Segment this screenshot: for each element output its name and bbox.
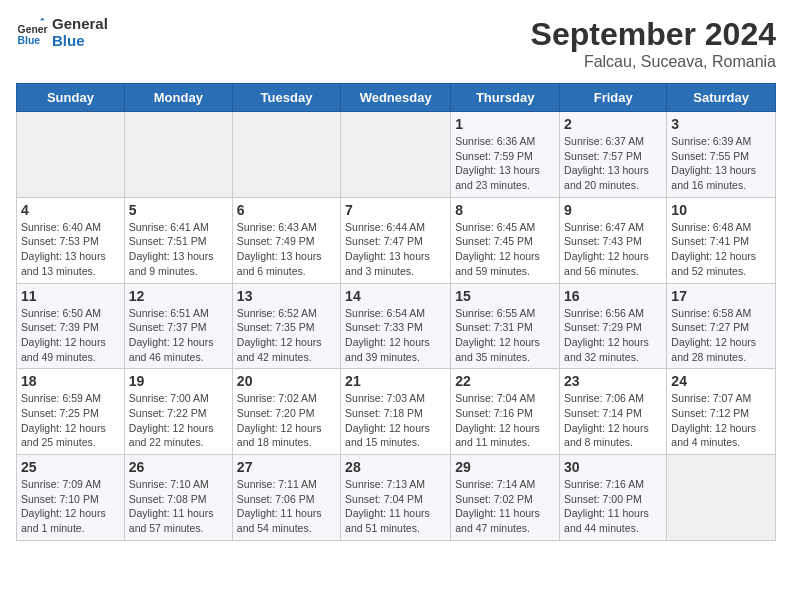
header-monday: Monday bbox=[124, 84, 232, 112]
day-detail: Sunrise: 7:10 AMSunset: 7:08 PMDaylight:… bbox=[129, 478, 214, 534]
header-wednesday: Wednesday bbox=[341, 84, 451, 112]
calendar-cell: 3 Sunrise: 6:39 AMSunset: 7:55 PMDayligh… bbox=[667, 112, 776, 198]
day-detail: Sunrise: 6:45 AMSunset: 7:45 PMDaylight:… bbox=[455, 221, 540, 277]
calendar-cell: 10 Sunrise: 6:48 AMSunset: 7:41 PMDaylig… bbox=[667, 197, 776, 283]
day-number: 9 bbox=[564, 202, 662, 218]
calendar-cell: 6 Sunrise: 6:43 AMSunset: 7:49 PMDayligh… bbox=[232, 197, 340, 283]
day-detail: Sunrise: 6:58 AMSunset: 7:27 PMDaylight:… bbox=[671, 307, 756, 363]
header-thursday: Thursday bbox=[451, 84, 560, 112]
calendar-week-row: 25 Sunrise: 7:09 AMSunset: 7:10 PMDaylig… bbox=[17, 455, 776, 541]
calendar-cell: 7 Sunrise: 6:44 AMSunset: 7:47 PMDayligh… bbox=[341, 197, 451, 283]
calendar-cell: 20 Sunrise: 7:02 AMSunset: 7:20 PMDaylig… bbox=[232, 369, 340, 455]
page-header: General Blue General Blue September 2024… bbox=[16, 16, 776, 71]
day-detail: Sunrise: 7:03 AMSunset: 7:18 PMDaylight:… bbox=[345, 392, 430, 448]
day-detail: Sunrise: 7:14 AMSunset: 7:02 PMDaylight:… bbox=[455, 478, 540, 534]
calendar-cell bbox=[232, 112, 340, 198]
calendar-cell: 17 Sunrise: 6:58 AMSunset: 7:27 PMDaylig… bbox=[667, 283, 776, 369]
day-detail: Sunrise: 6:41 AMSunset: 7:51 PMDaylight:… bbox=[129, 221, 214, 277]
calendar-title: September 2024 bbox=[531, 16, 776, 53]
day-detail: Sunrise: 7:09 AMSunset: 7:10 PMDaylight:… bbox=[21, 478, 106, 534]
calendar-week-row: 1 Sunrise: 6:36 AMSunset: 7:59 PMDayligh… bbox=[17, 112, 776, 198]
header-saturday: Saturday bbox=[667, 84, 776, 112]
logo-general: General bbox=[52, 16, 108, 33]
day-detail: Sunrise: 6:40 AMSunset: 7:53 PMDaylight:… bbox=[21, 221, 106, 277]
day-number: 3 bbox=[671, 116, 771, 132]
calendar-cell: 2 Sunrise: 6:37 AMSunset: 7:57 PMDayligh… bbox=[560, 112, 667, 198]
day-detail: Sunrise: 7:00 AMSunset: 7:22 PMDaylight:… bbox=[129, 392, 214, 448]
calendar-cell: 25 Sunrise: 7:09 AMSunset: 7:10 PMDaylig… bbox=[17, 455, 125, 541]
day-number: 8 bbox=[455, 202, 555, 218]
day-detail: Sunrise: 6:59 AMSunset: 7:25 PMDaylight:… bbox=[21, 392, 106, 448]
day-detail: Sunrise: 6:44 AMSunset: 7:47 PMDaylight:… bbox=[345, 221, 430, 277]
day-number: 17 bbox=[671, 288, 771, 304]
day-number: 5 bbox=[129, 202, 228, 218]
day-number: 25 bbox=[21, 459, 120, 475]
day-number: 22 bbox=[455, 373, 555, 389]
svg-text:Blue: Blue bbox=[18, 35, 41, 46]
header-sunday: Sunday bbox=[17, 84, 125, 112]
calendar-cell: 26 Sunrise: 7:10 AMSunset: 7:08 PMDaylig… bbox=[124, 455, 232, 541]
logo-icon: General Blue bbox=[16, 17, 48, 49]
calendar-cell: 1 Sunrise: 6:36 AMSunset: 7:59 PMDayligh… bbox=[451, 112, 560, 198]
calendar-cell bbox=[17, 112, 125, 198]
day-number: 16 bbox=[564, 288, 662, 304]
svg-text:General: General bbox=[18, 24, 48, 35]
day-detail: Sunrise: 6:55 AMSunset: 7:31 PMDaylight:… bbox=[455, 307, 540, 363]
calendar-cell: 13 Sunrise: 6:52 AMSunset: 7:35 PMDaylig… bbox=[232, 283, 340, 369]
calendar-cell: 8 Sunrise: 6:45 AMSunset: 7:45 PMDayligh… bbox=[451, 197, 560, 283]
day-number: 27 bbox=[237, 459, 336, 475]
day-detail: Sunrise: 6:52 AMSunset: 7:35 PMDaylight:… bbox=[237, 307, 322, 363]
header-friday: Friday bbox=[560, 84, 667, 112]
day-detail: Sunrise: 6:50 AMSunset: 7:39 PMDaylight:… bbox=[21, 307, 106, 363]
calendar-cell: 16 Sunrise: 6:56 AMSunset: 7:29 PMDaylig… bbox=[560, 283, 667, 369]
calendar-cell bbox=[124, 112, 232, 198]
calendar-cell: 4 Sunrise: 6:40 AMSunset: 7:53 PMDayligh… bbox=[17, 197, 125, 283]
day-number: 23 bbox=[564, 373, 662, 389]
calendar-cell: 12 Sunrise: 6:51 AMSunset: 7:37 PMDaylig… bbox=[124, 283, 232, 369]
day-number: 26 bbox=[129, 459, 228, 475]
day-detail: Sunrise: 7:13 AMSunset: 7:04 PMDaylight:… bbox=[345, 478, 430, 534]
day-number: 21 bbox=[345, 373, 446, 389]
calendar-week-row: 11 Sunrise: 6:50 AMSunset: 7:39 PMDaylig… bbox=[17, 283, 776, 369]
calendar-cell: 30 Sunrise: 7:16 AMSunset: 7:00 PMDaylig… bbox=[560, 455, 667, 541]
calendar-cell: 29 Sunrise: 7:14 AMSunset: 7:02 PMDaylig… bbox=[451, 455, 560, 541]
calendar-table: SundayMondayTuesdayWednesdayThursdayFrid… bbox=[16, 83, 776, 541]
day-number: 20 bbox=[237, 373, 336, 389]
day-number: 18 bbox=[21, 373, 120, 389]
day-detail: Sunrise: 6:51 AMSunset: 7:37 PMDaylight:… bbox=[129, 307, 214, 363]
day-detail: Sunrise: 7:04 AMSunset: 7:16 PMDaylight:… bbox=[455, 392, 540, 448]
day-number: 19 bbox=[129, 373, 228, 389]
day-detail: Sunrise: 7:06 AMSunset: 7:14 PMDaylight:… bbox=[564, 392, 649, 448]
day-number: 1 bbox=[455, 116, 555, 132]
calendar-header-row: SundayMondayTuesdayWednesdayThursdayFrid… bbox=[17, 84, 776, 112]
day-detail: Sunrise: 6:37 AMSunset: 7:57 PMDaylight:… bbox=[564, 135, 649, 191]
calendar-subtitle: Falcau, Suceava, Romania bbox=[531, 53, 776, 71]
day-number: 24 bbox=[671, 373, 771, 389]
calendar-cell: 23 Sunrise: 7:06 AMSunset: 7:14 PMDaylig… bbox=[560, 369, 667, 455]
title-block: September 2024 Falcau, Suceava, Romania bbox=[531, 16, 776, 71]
calendar-cell: 24 Sunrise: 7:07 AMSunset: 7:12 PMDaylig… bbox=[667, 369, 776, 455]
day-number: 14 bbox=[345, 288, 446, 304]
day-detail: Sunrise: 6:56 AMSunset: 7:29 PMDaylight:… bbox=[564, 307, 649, 363]
calendar-week-row: 4 Sunrise: 6:40 AMSunset: 7:53 PMDayligh… bbox=[17, 197, 776, 283]
calendar-cell bbox=[667, 455, 776, 541]
calendar-cell: 14 Sunrise: 6:54 AMSunset: 7:33 PMDaylig… bbox=[341, 283, 451, 369]
day-number: 11 bbox=[21, 288, 120, 304]
day-number: 12 bbox=[129, 288, 228, 304]
day-detail: Sunrise: 6:43 AMSunset: 7:49 PMDaylight:… bbox=[237, 221, 322, 277]
day-detail: Sunrise: 6:39 AMSunset: 7:55 PMDaylight:… bbox=[671, 135, 756, 191]
calendar-cell: 21 Sunrise: 7:03 AMSunset: 7:18 PMDaylig… bbox=[341, 369, 451, 455]
day-number: 15 bbox=[455, 288, 555, 304]
day-number: 7 bbox=[345, 202, 446, 218]
day-number: 29 bbox=[455, 459, 555, 475]
day-detail: Sunrise: 6:36 AMSunset: 7:59 PMDaylight:… bbox=[455, 135, 540, 191]
logo: General Blue General Blue bbox=[16, 16, 108, 49]
day-number: 6 bbox=[237, 202, 336, 218]
day-detail: Sunrise: 7:16 AMSunset: 7:00 PMDaylight:… bbox=[564, 478, 649, 534]
day-number: 4 bbox=[21, 202, 120, 218]
day-number: 2 bbox=[564, 116, 662, 132]
calendar-cell: 15 Sunrise: 6:55 AMSunset: 7:31 PMDaylig… bbox=[451, 283, 560, 369]
day-detail: Sunrise: 7:11 AMSunset: 7:06 PMDaylight:… bbox=[237, 478, 322, 534]
day-detail: Sunrise: 6:47 AMSunset: 7:43 PMDaylight:… bbox=[564, 221, 649, 277]
calendar-cell: 11 Sunrise: 6:50 AMSunset: 7:39 PMDaylig… bbox=[17, 283, 125, 369]
